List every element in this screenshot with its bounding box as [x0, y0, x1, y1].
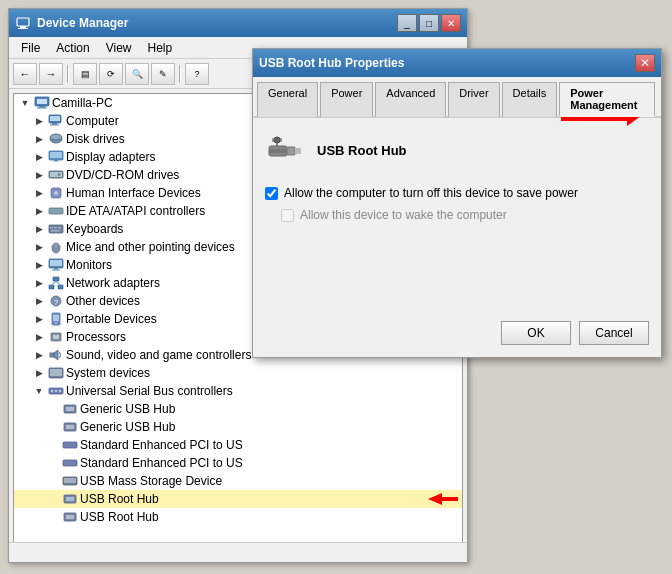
dialog-close-button[interactable]: ✕: [635, 54, 655, 72]
svg-rect-14: [50, 152, 62, 158]
tree-item-usb-generic2[interactable]: ▶ Generic USB Hub: [14, 418, 462, 436]
root-expand-icon: ▼: [18, 96, 32, 110]
svg-point-50: [51, 390, 53, 392]
tab-details[interactable]: Details: [502, 82, 558, 117]
item-usb-enhanced2-label: Standard Enhanced PCI to US: [80, 456, 243, 470]
svg-rect-60: [64, 478, 76, 483]
red-arrow-tree: [428, 491, 458, 507]
system-expand: ▶: [32, 366, 46, 380]
system-icon: [48, 365, 64, 381]
svg-rect-31: [54, 268, 58, 270]
network-expand: ▶: [32, 276, 46, 290]
item-computer-label: Computer: [66, 114, 119, 128]
tree-item-system[interactable]: ▶ System devices: [14, 364, 462, 382]
svg-rect-68: [287, 147, 295, 155]
allow-off-label[interactable]: Allow the computer to turn off this devi…: [284, 186, 578, 200]
dialog-title-bar: USB Root Hub Properties ✕: [253, 49, 661, 77]
item-keyboards-label: Keyboards: [66, 222, 123, 236]
svg-rect-57: [63, 442, 77, 448]
usb-enhanced-icon-1: [62, 437, 78, 453]
menu-action[interactable]: Action: [48, 39, 97, 57]
root-label: Camilla-PC: [52, 96, 113, 110]
svg-rect-6: [37, 108, 47, 109]
device-name-label: USB Root Hub: [317, 143, 407, 158]
item-portable-label: Portable Devices: [66, 312, 157, 326]
computer-small-icon: [48, 113, 64, 129]
forward-button[interactable]: →: [39, 63, 63, 85]
disk-icon: [48, 131, 64, 147]
tree-item-usb-root1[interactable]: ▶ USB Root Hub: [14, 490, 462, 508]
network-icon: [48, 275, 64, 291]
allow-wake-label[interactable]: Allow this device to wake the computer: [300, 208, 507, 222]
usb-mass-icon: [62, 473, 78, 489]
maximize-button[interactable]: □: [419, 14, 439, 32]
tree-item-usb-enhanced1[interactable]: ▶ Standard Enhanced PCI to US: [14, 436, 462, 454]
update-button[interactable]: ⟳: [99, 63, 123, 85]
status-bar: [9, 542, 467, 562]
svg-rect-21: [49, 208, 63, 214]
item-system-label: System devices: [66, 366, 150, 380]
device-manager-app-icon: [15, 15, 31, 31]
close-button[interactable]: ✕: [441, 14, 461, 32]
tab-driver[interactable]: Driver: [448, 82, 499, 117]
usb-expand: ▼: [32, 384, 46, 398]
svg-rect-1: [20, 26, 26, 28]
ide-expand: ▶: [32, 204, 46, 218]
scan-button[interactable]: 🔍: [125, 63, 149, 85]
tab-general[interactable]: General: [257, 82, 318, 117]
item-dvd-label: DVD/CD-ROM drives: [66, 168, 179, 182]
tree-item-usb[interactable]: ▼ Universal Serial Bus controllers: [14, 382, 462, 400]
svg-rect-54: [66, 407, 74, 411]
processor-icon: [48, 329, 64, 345]
svg-marker-63: [428, 493, 458, 505]
tab-power-management[interactable]: Power Management: [559, 82, 655, 117]
svg-point-42: [55, 322, 57, 324]
svg-point-18: [58, 173, 61, 176]
svg-rect-0: [17, 18, 29, 26]
usb-root-icon-2: [62, 509, 78, 525]
allow-off-checkbox[interactable]: [265, 187, 278, 200]
usb-hub-icon-1: [62, 401, 78, 417]
allow-wake-checkbox[interactable]: [281, 209, 294, 222]
item-ide-label: IDE ATA/ATAPI controllers: [66, 204, 205, 218]
show-properties-button[interactable]: ▤: [73, 63, 97, 85]
back-button[interactable]: ←: [13, 63, 37, 85]
ok-button[interactable]: OK: [501, 321, 571, 345]
menu-file[interactable]: File: [13, 39, 48, 57]
help-button[interactable]: ?: [185, 63, 209, 85]
usb-hub-icon-2: [62, 419, 78, 435]
svg-marker-46: [54, 350, 58, 360]
svg-rect-58: [63, 460, 77, 466]
tree-item-usb-generic1[interactable]: ▶ Generic USB Hub: [14, 400, 462, 418]
tree-item-usb-root2[interactable]: ▶ USB Root Hub: [14, 508, 462, 526]
item-usb-enhanced1-label: Standard Enhanced PCI to US: [80, 438, 243, 452]
tree-item-usb-enhanced2[interactable]: ▶ Standard Enhanced PCI to US: [14, 454, 462, 472]
other-icon: ?: [48, 293, 64, 309]
dvd-icon: [48, 167, 64, 183]
tab-advanced[interactable]: Advanced: [375, 82, 446, 117]
svg-rect-56: [66, 425, 74, 429]
svg-rect-15: [54, 160, 58, 162]
keyboards-expand: ▶: [32, 222, 46, 236]
disk-expand: ▶: [32, 132, 46, 146]
svg-rect-30: [50, 260, 62, 266]
cancel-button[interactable]: Cancel: [579, 321, 649, 345]
svg-rect-32: [52, 270, 60, 271]
svg-rect-67: [269, 149, 289, 153]
hid-expand: ▶: [32, 186, 46, 200]
svg-text:?: ?: [54, 298, 59, 307]
menu-help[interactable]: Help: [140, 39, 181, 57]
usb-root-icon-1: [62, 491, 78, 507]
item-processors-label: Processors: [66, 330, 126, 344]
sound-icon: [48, 347, 64, 363]
tree-item-usb-mass[interactable]: ▶ USB Mass Storage Device: [14, 472, 462, 490]
minimize-button[interactable]: _: [397, 14, 417, 32]
toolbar-sep-1: [67, 65, 69, 83]
svg-rect-26: [51, 230, 60, 232]
tab-power[interactable]: Power: [320, 82, 373, 117]
item-monitors-label: Monitors: [66, 258, 112, 272]
item-usb-root1-label: USB Root Hub: [80, 492, 159, 506]
device-props-button[interactable]: ✎: [151, 63, 175, 85]
device-manager-title: Device Manager: [37, 16, 397, 30]
menu-view[interactable]: View: [98, 39, 140, 57]
